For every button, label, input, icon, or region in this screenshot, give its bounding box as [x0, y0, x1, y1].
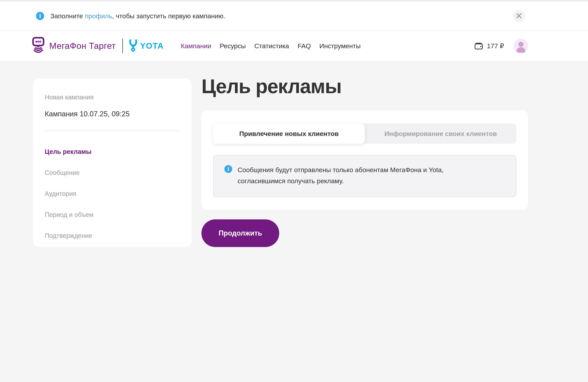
- steps-list: Цель рекламы Сообщение Аудитория Период …: [45, 148, 180, 239]
- megafon-target-logo-icon: [32, 37, 44, 55]
- header: МегаФон Таргет YOTA Кампании Ресурсы Ста…: [0, 31, 588, 61]
- banner-text-before: Заполните: [50, 12, 85, 20]
- balance-widget[interactable]: 177 ₽: [474, 41, 504, 51]
- nav-item-tools[interactable]: Инструменты: [319, 42, 361, 50]
- balance-amount: 177 ₽: [487, 42, 504, 50]
- brand-name: МегаФон Таргет: [49, 41, 116, 51]
- banner-close-button[interactable]: [513, 10, 525, 22]
- step-period-volume[interactable]: Период и объем: [45, 211, 180, 218]
- info-icon: i: [36, 12, 44, 20]
- notification-banner: i Заполните профиль, чтобы запустить пер…: [0, 1, 588, 31]
- brand-logo-group[interactable]: МегаФон Таргет: [32, 37, 116, 55]
- step-message[interactable]: Сообщение: [45, 169, 180, 176]
- main-nav: Кампании Ресурсы Статистика FAQ Инструме…: [181, 42, 361, 50]
- nav-item-statistics[interactable]: Статистика: [254, 42, 289, 50]
- avatar-person-body: [516, 47, 525, 53]
- avatar[interactable]: [514, 39, 528, 53]
- info-icon: i: [224, 165, 232, 173]
- top-strip: [0, 0, 588, 1]
- profile-link[interactable]: профиль: [85, 12, 112, 20]
- campaign-steps-sidebar: Новая кампания Кампания 10.07.25, 09:25 …: [33, 78, 192, 247]
- nav-item-campaigns[interactable]: Кампании: [181, 42, 211, 50]
- continue-button[interactable]: Продолжить: [201, 219, 279, 247]
- goal-tabs: Привлечение новых клиентов Информировани…: [213, 124, 516, 144]
- yota-logo-group[interactable]: YOTA: [129, 39, 164, 53]
- sidebar-subtitle: Новая кампания: [45, 94, 180, 101]
- nav-item-faq[interactable]: FAQ: [298, 42, 311, 50]
- info-note-text: Сообщения будут отправлены только абонен…: [238, 164, 467, 187]
- sidebar-divider: [45, 130, 180, 131]
- tab-own-clients[interactable]: Информирование своих клиентов: [365, 124, 516, 144]
- page: i Заполните профиль, чтобы запустить пер…: [0, 0, 588, 382]
- avatar-person-icon: [518, 42, 524, 47]
- page-title: Цель рекламы: [201, 75, 341, 98]
- campaign-name: Кампания 10.07.25, 09:25: [45, 110, 180, 118]
- close-icon: [516, 13, 522, 19]
- content-area: Новая кампания Кампания 10.07.25, 09:25 …: [0, 61, 588, 382]
- step-goal[interactable]: Цель рекламы: [45, 148, 180, 155]
- yota-name: YOTA: [140, 41, 164, 51]
- banner-text: Заполните профиль, чтобы запустить перву…: [50, 12, 225, 20]
- yota-logo-icon: [129, 39, 138, 53]
- info-note: i Сообщения будут отправлены только абон…: [213, 155, 516, 197]
- nav-item-resources[interactable]: Ресурсы: [220, 42, 246, 50]
- step-audience[interactable]: Аудитория: [45, 190, 180, 197]
- brand-divider: [122, 39, 123, 53]
- goal-card: Привлечение новых клиентов Информировани…: [201, 110, 528, 210]
- wallet-icon: [474, 41, 483, 51]
- banner-text-after: , чтобы запустить первую кампанию.: [112, 12, 225, 20]
- step-confirmation[interactable]: Подтверждение: [45, 232, 180, 239]
- tab-new-clients[interactable]: Привлечение новых клиентов: [213, 124, 365, 144]
